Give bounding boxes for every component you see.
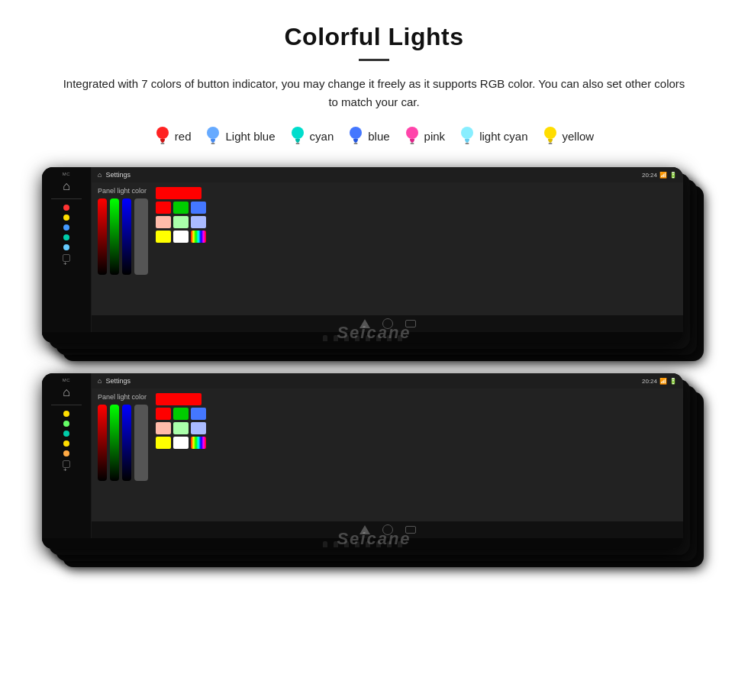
color-item-pink: pink	[404, 125, 446, 147]
lightblue-bulb-icon	[205, 125, 221, 147]
slider-green[interactable]	[110, 198, 119, 275]
title-divider	[359, 59, 389, 61]
top-device-row: MC ⌂ +	[15, 163, 733, 369]
palette-row-b4	[156, 437, 206, 449]
title-section: Colorful Lights	[15, 23, 733, 61]
settings-label-b: Settings	[105, 377, 131, 385]
svg-point-6	[350, 127, 362, 139]
color-item-blue: blue	[347, 125, 389, 147]
svg-point-4	[292, 127, 304, 139]
pal-lgreen1-b[interactable]	[173, 422, 189, 434]
nav-recent-bottom[interactable]	[405, 526, 416, 534]
pal-white1[interactable]	[173, 231, 189, 243]
slider-green-b[interactable]	[110, 405, 119, 481]
color-label-blue: blue	[368, 130, 389, 143]
bottom-bar-top	[92, 315, 683, 332]
palette-row-b3	[156, 422, 206, 434]
home-icon-top: ⌂	[63, 179, 70, 193]
device-frame-top: MC ⌂ +	[42, 167, 683, 343]
red-bulb-icon	[154, 125, 171, 147]
btn-lblue-top[interactable]	[63, 244, 69, 250]
nav-back-top[interactable]	[359, 319, 370, 328]
atb-right-bottom: 20:24 📶 🔋	[642, 378, 677, 385]
btn-orange-bot[interactable]	[63, 450, 69, 456]
btn-red-top[interactable]	[63, 205, 69, 211]
nav-home-top[interactable]	[382, 318, 393, 329]
pal-rainbow1[interactable]	[191, 231, 206, 243]
color-label-lightcyan: light cyan	[479, 130, 527, 143]
slider-red[interactable]	[98, 198, 107, 275]
front-device-top: MC ⌂ +	[42, 167, 683, 343]
btn-cyan-top[interactable]	[63, 234, 69, 240]
battery-icon: 🔋	[669, 172, 677, 179]
pal-lblue1-b[interactable]	[191, 422, 206, 434]
blue-bulb-icon	[347, 125, 364, 147]
device-body-bottom: MC ⌂ +	[42, 373, 683, 538]
btn-cyan-bot[interactable]	[63, 431, 69, 437]
palette-row-3	[156, 216, 206, 228]
btn-yellow2-bot[interactable]	[63, 440, 69, 447]
svg-point-0	[156, 127, 169, 139]
front-device-bottom: MC ⌂ +	[42, 373, 683, 549]
screen-bottom: ⌂ Settings 20:24 📶 🔋	[92, 373, 683, 538]
palette-row-2	[156, 202, 206, 214]
battery-icon-b: 🔋	[669, 378, 677, 385]
pal-pink1[interactable]	[156, 216, 171, 228]
atb-left-bottom: ⌂ Settings	[98, 377, 131, 385]
slider-blue[interactable]	[122, 198, 131, 275]
pal-pink1-b[interactable]	[156, 422, 171, 434]
panel-light-label-b: Panel light color	[98, 393, 148, 401]
nav-home-bottom[interactable]	[382, 524, 393, 535]
pal-bigred-b[interactable]	[156, 393, 202, 405]
android-topbar-bottom: ⌂ Settings 20:24 📶 🔋	[92, 373, 683, 389]
atb-right-top: 20:24 📶 🔋	[642, 172, 677, 179]
pal-g1[interactable]	[173, 202, 189, 214]
bottom-bar-bottom	[92, 521, 683, 538]
atb-left-top: ⌂ Settings	[98, 171, 131, 179]
pal-g1-b[interactable]	[173, 408, 189, 420]
lp-buttons-top: +	[63, 205, 70, 262]
svg-point-10	[461, 127, 473, 139]
home-icon-topbar: ⌂	[98, 171, 102, 179]
pal-yellow1[interactable]	[156, 231, 171, 243]
color-label-red: red	[175, 130, 192, 143]
btn-green-bot[interactable]	[63, 421, 69, 427]
color-item-yellow: yellow	[542, 125, 595, 147]
left-screen-area-b: Panel light color	[98, 393, 148, 517]
color-label-cyan: cyan	[310, 130, 334, 143]
slider-blue-b[interactable]	[122, 405, 131, 481]
mic-label-bottom: MC	[63, 378, 70, 382]
screen-body-top: Panel light color	[92, 182, 683, 315]
pal-r1-b[interactable]	[156, 408, 171, 420]
pal-lblue1[interactable]	[191, 216, 206, 228]
slider-red-b[interactable]	[98, 405, 107, 481]
btn-blue-top[interactable]	[63, 224, 69, 231]
pal-white1-b[interactable]	[173, 437, 189, 449]
btn-yellow-top[interactable]	[63, 215, 69, 221]
screen-body-bottom: Panel light color	[92, 389, 683, 521]
pal-lgreen1[interactable]	[173, 216, 189, 228]
pal-b1-b[interactable]	[191, 408, 206, 420]
nav-back-bottom[interactable]	[359, 525, 370, 534]
pal-r1[interactable]	[156, 202, 171, 214]
pal-bigred[interactable]	[156, 187, 202, 199]
panel-light-label: Panel light color	[98, 187, 148, 195]
slider-handle-b[interactable]	[134, 405, 148, 481]
lp-divider-bottom	[51, 405, 82, 405]
svg-rect-9	[410, 143, 414, 144]
btn-plus-bot[interactable]: +	[63, 460, 70, 468]
svg-point-12	[544, 127, 556, 139]
btn-yellow-bot[interactable]	[63, 411, 69, 417]
pal-yellow1-b[interactable]	[156, 437, 171, 449]
pal-rainbow1-b[interactable]	[191, 437, 206, 449]
time-display: 20:24	[642, 172, 657, 179]
color-list: red Light blue cyan	[15, 125, 733, 147]
pink-bulb-icon	[404, 125, 421, 147]
description-text: Integrated with 7 colors of button indic…	[61, 75, 687, 111]
slider-handle[interactable]	[134, 198, 148, 275]
pal-b1[interactable]	[191, 202, 206, 214]
nav-recent-top[interactable]	[405, 320, 416, 327]
color-item-red: red	[154, 125, 192, 147]
lp-buttons-bottom: +	[63, 411, 70, 468]
btn-plus-top[interactable]: +	[63, 254, 70, 262]
